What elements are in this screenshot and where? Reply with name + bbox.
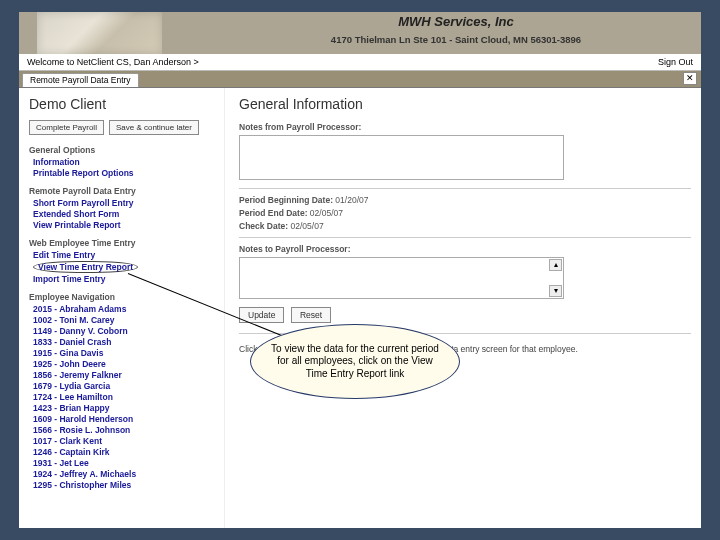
link-view-printable-report[interactable]: View Printable Report xyxy=(33,220,216,230)
close-icon[interactable]: ✕ xyxy=(683,72,697,85)
tutorial-callout: To view the data for the current period … xyxy=(250,324,460,399)
employee-link[interactable]: 1246 - Captain Kirk xyxy=(33,447,216,457)
sign-out-link[interactable]: Sign Out xyxy=(658,57,693,67)
app-frame: MWH Services, Inc 4170 Thielman Ln Ste 1… xyxy=(19,12,701,528)
employee-link[interactable]: 1724 - Lee Hamilton xyxy=(33,392,216,402)
group-rpde: Remote Payroll Data Entry xyxy=(29,186,216,196)
label-check-date: Check Date: xyxy=(239,221,288,231)
link-edit-time-entry[interactable]: Edit Time Entry xyxy=(33,250,216,260)
company-name: MWH Services, Inc xyxy=(211,14,701,29)
save-continue-button[interactable]: Save & continue later xyxy=(109,120,199,135)
reset-button[interactable]: Reset xyxy=(291,307,331,323)
value-period-begin: 01/20/07 xyxy=(335,195,368,205)
label-period-begin: Period Beginning Date: xyxy=(239,195,333,205)
employee-link[interactable]: 1017 - Clark Kent xyxy=(33,436,216,446)
complete-payroll-button[interactable]: Complete Payroll xyxy=(29,120,104,135)
client-name: Demo Client xyxy=(29,96,216,112)
welcome-text: Welcome to NetClient CS, Dan Anderson > xyxy=(27,57,199,67)
notes-from-processor-box xyxy=(239,135,564,180)
workarea: Demo Client Complete Payroll Save & cont… xyxy=(19,88,701,528)
value-period-end: 02/05/07 xyxy=(310,208,343,218)
banner: MWH Services, Inc 4170 Thielman Ln Ste 1… xyxy=(19,12,701,54)
company-address: 4170 Thielman Ln Ste 101 - Saint Cloud, … xyxy=(211,34,701,45)
tab-remote-payroll[interactable]: Remote Payroll Data Entry xyxy=(22,73,139,87)
label-notes-to: Notes to Payroll Processor: xyxy=(239,244,691,254)
banner-image xyxy=(37,12,162,54)
link-view-time-entry-report[interactable]: View Time Entry Report xyxy=(33,261,216,273)
employee-link[interactable]: 1924 - Jeffrey A. Michaels xyxy=(33,469,216,479)
employee-link[interactable]: 1423 - Brian Happy xyxy=(33,403,216,413)
employee-link[interactable]: 1931 - Jet Lee xyxy=(33,458,216,468)
tab-bar: Remote Payroll Data Entry ✕ xyxy=(19,71,701,88)
group-general-options: General Options xyxy=(29,145,216,155)
employee-link[interactable]: 1915 - Gina Davis xyxy=(33,348,216,358)
link-import-time-entry[interactable]: Import Time Entry xyxy=(33,274,216,284)
scroll-up-icon[interactable]: ▴ xyxy=(549,259,562,271)
employee-link[interactable]: 1149 - Danny V. Coborn xyxy=(33,326,216,336)
page-title: General Information xyxy=(239,96,691,112)
employee-link[interactable]: 1609 - Harold Henderson xyxy=(33,414,216,424)
left-panel: Demo Client Complete Payroll Save & cont… xyxy=(19,88,225,528)
link-information[interactable]: Information xyxy=(33,157,216,167)
welcome-bar: Welcome to NetClient CS, Dan Anderson > … xyxy=(19,54,701,71)
notes-to-processor-input[interactable]: ▴ ▾ xyxy=(239,257,564,299)
right-panel: General Information Notes from Payroll P… xyxy=(225,88,701,528)
employee-link[interactable]: 1833 - Daniel Crash xyxy=(33,337,216,347)
employee-link[interactable]: 1002 - Toni M. Carey xyxy=(33,315,216,325)
value-check-date: 02/05/07 xyxy=(291,221,324,231)
link-short-form-payroll-entry[interactable]: Short Form Payroll Entry xyxy=(33,198,216,208)
employee-link[interactable]: 1679 - Lydia Garcia xyxy=(33,381,216,391)
link-extended-short-form[interactable]: Extended Short Form xyxy=(33,209,216,219)
label-period-end: Period End Date: xyxy=(239,208,307,218)
employee-link[interactable]: 1856 - Jeremy Falkner xyxy=(33,370,216,380)
employee-list: 2015 - Abraham Adams 1002 - Toni M. Care… xyxy=(29,304,216,490)
group-wete: Web Employee Time Entry xyxy=(29,238,216,248)
label-notes-from: Notes from Payroll Processor: xyxy=(239,122,691,132)
scroll-down-icon[interactable]: ▾ xyxy=(549,285,562,297)
employee-link[interactable]: 2015 - Abraham Adams xyxy=(33,304,216,314)
employee-link[interactable]: 1925 - John Deere xyxy=(33,359,216,369)
employee-link[interactable]: 1566 - Rosie L. Johnson xyxy=(33,425,216,435)
employee-link[interactable]: 1295 - Christopher Miles xyxy=(33,480,216,490)
link-printable-report-options[interactable]: Printable Report Options xyxy=(33,168,216,178)
